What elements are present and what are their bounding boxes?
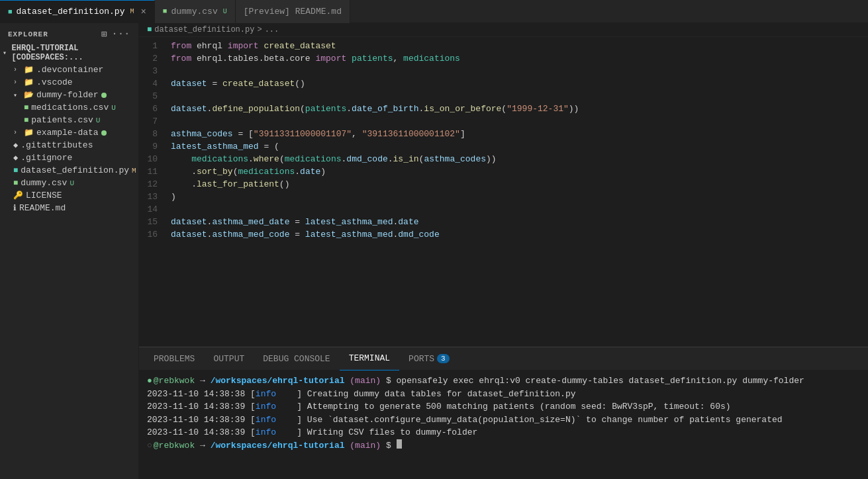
sidebar-label-vscode: .vscode [36,77,73,87]
md-icon: ℹ [13,203,17,213]
tab-label-problems: PROBLEMS [154,354,195,364]
term-path-2: /workspaces/ehrql-tutorial [211,439,345,453]
sidebar-item-dummy-csv[interactable]: ■ dummy.csv U [0,177,138,189]
line-num-7: 7 [139,115,168,128]
sidebar-item-patients-csv[interactable]: ■ patients.csv U [0,114,138,126]
code-line-16: 16 dataset.asthma_med_code = latest_asth… [139,228,868,241]
sidebar-item-example-data[interactable]: › 📁 example-data [0,126,138,139]
sidebar-item-medications-csv[interactable]: ■ medications.csv U [0,101,138,114]
line-content-15: dataset.asthma_med_date = latest_asthma_… [168,216,868,228]
line-content-1: from ehrql import create_dataset [168,40,868,52]
dot-empty-icon: ○ [147,439,152,453]
folder-icon-3: 📁 [24,128,34,138]
tab-readme[interactable]: [Preview] README.md [236,0,350,23]
sidebar-item-vscode[interactable]: › 📁 .vscode [0,76,138,89]
terminal-line-prompt2: ○ @rebkwok → /workspaces/ehrql-tutorial … [147,439,860,453]
sidebar-label-dummy-csv: dummy.csv [21,178,67,188]
sidebar-item-dummy-folder[interactable]: ▾ 📂 dummy-folder [0,89,138,101]
folder-icon-2: 📁 [24,77,34,87]
main-area: EXPLORER ⊞ ··· ▾ EHRQL-TUTORIAL [CODESPA… [0,23,868,479]
term-branch-2: (main) [345,439,386,453]
code-line-7: 7 [139,115,868,128]
sidebar-label-example-data: example-data [36,128,99,138]
chevron-right-icon-3: › [13,129,24,136]
term-arrow-2: → [195,439,210,453]
license-icon: 🔑 [13,191,23,200]
line-content-2: from ehrql.tables.beta.core import patie… [168,52,868,65]
tab-badge-m: M [130,8,134,15]
sidebar-label-license: LICENSE [26,191,62,200]
panel-tab-bar: PROBLEMS OUTPUT DEBUG CONSOLE TERMINAL P… [139,347,868,370]
terminal-output-3: 2023-11-10 14:38:39 [info ] Use `dataset… [147,414,860,427]
line-content-9: latest_asthma_med = ( [168,140,868,153]
line-num-8: 8 [139,128,168,140]
sidebar-label-gitattributes: .gitattributes [21,140,93,150]
ports-badge: 3 [437,354,450,363]
line-num-1: 1 [139,40,168,52]
breadcrumb-sep: > [257,25,262,34]
more-options-icon[interactable]: ··· [112,28,130,40]
code-line-13: 13 ) [139,191,868,203]
line-num-4: 4 [139,77,168,90]
csv-icon-meds: ■ [24,103,28,112]
code-line-3: 3 [139,65,868,77]
tab-label-output: OUTPUT [213,354,244,364]
sidebar-section-ehrql[interactable]: ▾ EHRQL-TUTORIAL [CODESPACES:... [0,42,138,64]
u-badge-medications: U [111,104,116,112]
code-line-11: 11 .sort_by(medications.date) [139,165,868,178]
chevron-right-icon: › [13,66,24,73]
line-num-16: 16 [139,228,168,241]
line-content-8: asthma_codes = ["39113311000001107", "39… [168,128,868,140]
line-content-13: ) [168,191,868,203]
tab-terminal[interactable]: TERMINAL [340,347,399,370]
tab-badge-u-csv: U [223,8,227,15]
line-content-16: dataset.asthma_med_code = latest_asthma_… [168,228,868,241]
line-num-11: 11 [139,165,168,178]
csv-icon: ■ [163,7,168,15]
sidebar-label-medications-csv: medications.csv [31,103,109,112]
tab-dummy-csv[interactable]: ■ dummy.csv U [155,0,236,23]
term-branch-1: (main) [345,374,386,388]
term-output-text-3: 2023-11-10 14:38:39 [info ] Use `dataset… [147,414,783,427]
sidebar-item-dataset-definition-py[interactable]: ■ dataset_definition.py M [0,164,138,177]
term-cmd-1: $ opensafely exec ehrql:v0 create-dummy-… [386,374,804,388]
editor-area: ■ dataset_definition.py > ... 1 from ehr… [139,23,868,479]
code-line-2: 2 from ehrql.tables.beta.core import pat… [139,52,868,65]
code-line-6: 6 dataset.define_population(patients.dat… [139,103,868,115]
tab-output[interactable]: OUTPUT [204,347,254,370]
tab-debug-console[interactable]: DEBUG CONSOLE [254,347,339,370]
sidebar-item-devcontainer[interactable]: › 📁 .devcontainer [0,64,138,76]
line-content-11: .sort_by(medications.date) [168,165,868,178]
sidebar-item-readme[interactable]: ℹ README.md [0,202,138,214]
term-cursor [397,439,402,449]
terminal-output-4: 2023-11-10 14:38:39 [info ] Writing CSV … [147,426,860,439]
tab-ports[interactable]: PORTS 3 [399,347,459,370]
code-line-9: 9 latest_asthma_med = ( [139,140,868,153]
new-file-icon[interactable]: ⊞ [101,28,107,40]
line-num-12: 12 [139,178,168,191]
line-num-14: 14 [139,203,168,216]
sidebar-item-license[interactable]: 🔑 LICENSE [0,189,138,202]
code-line-15: 15 dataset.asthma_med_date = latest_asth… [139,216,868,228]
u-badge-patients: U [96,116,101,124]
breadcrumb-file-icon: ■ [147,25,152,34]
tab-label-terminal: TERMINAL [349,353,390,363]
breadcrumb-filename: dataset_definition.py [154,25,254,34]
line-content-6: dataset.define_population(patients.date_… [168,103,868,115]
py-icon: ■ [8,8,13,16]
sidebar-label-patients-csv: patients.csv [31,115,93,125]
sidebar-label-dataset-definition: dataset_definition.py [21,165,129,175]
tab-problems[interactable]: PROBLEMS [144,347,204,370]
sidebar-item-gitattributes[interactable]: ◆ .gitattributes [0,139,138,152]
tab-close-dataset-definition[interactable]: × [140,7,146,17]
sidebar-item-gitignore[interactable]: ◆ .gitignore [0,152,138,164]
line-num-5: 5 [139,90,168,103]
code-line-14: 14 [139,203,868,216]
line-num-15: 15 [139,216,168,228]
u-badge-dummy: U [70,179,74,187]
terminal-content[interactable]: ● @rebkwok → /workspaces/ehrql-tutorial … [139,370,868,479]
term-output-text-1: 2023-11-10 14:38:38 [info ] Creating dum… [147,388,576,401]
line-num-9: 9 [139,140,168,153]
line-num-2: 2 [139,52,168,65]
tab-dataset-definition[interactable]: ■ dataset_definition.py M × [0,0,155,23]
